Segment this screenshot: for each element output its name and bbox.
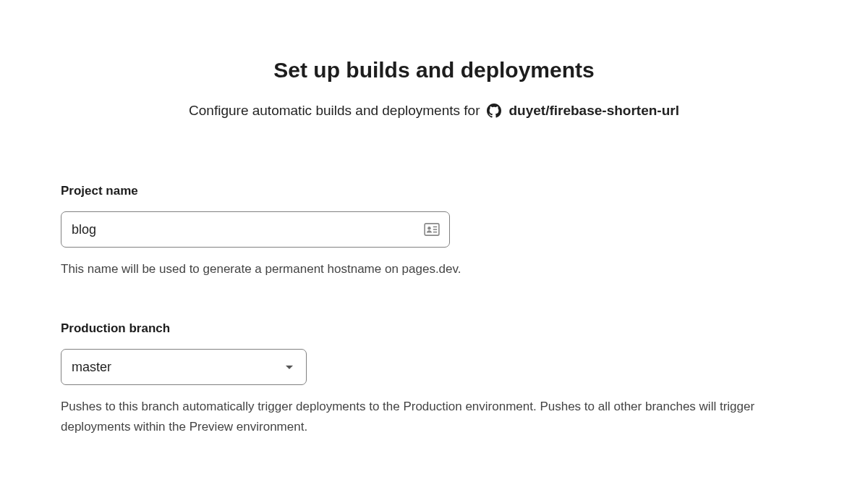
- production-branch-select[interactable]: master: [61, 349, 307, 385]
- svg-point-1: [427, 227, 431, 230]
- production-branch-help: Pushes to this branch automatically trig…: [61, 397, 807, 437]
- production-branch-label: Production branch: [61, 321, 807, 336]
- project-name-input[interactable]: [61, 211, 450, 248]
- page-title: Set up builds and deployments: [0, 58, 868, 83]
- contact-card-icon: [424, 223, 440, 236]
- page-header: Set up builds and deployments Configure …: [0, 58, 868, 119]
- page-subtitle: Configure automatic builds and deploymen…: [0, 103, 868, 119]
- project-name-label: Project name: [61, 184, 807, 198]
- subtitle-prefix: Configure automatic builds and deploymen…: [189, 103, 480, 119]
- form-section: Project name This name will be used to g…: [0, 184, 868, 437]
- github-icon: [487, 104, 501, 118]
- project-name-help: This name will be used to generate a per…: [61, 259, 807, 279]
- repo-name: duyet/firebase-shorten-url: [509, 103, 678, 119]
- project-name-group: Project name This name will be used to g…: [61, 184, 807, 279]
- production-branch-group: Production branch master Pushes to this …: [61, 321, 807, 437]
- page-container: Set up builds and deployments Configure …: [0, 0, 868, 437]
- project-name-input-wrapper: [61, 211, 450, 248]
- production-branch-select-wrapper: master: [61, 349, 307, 385]
